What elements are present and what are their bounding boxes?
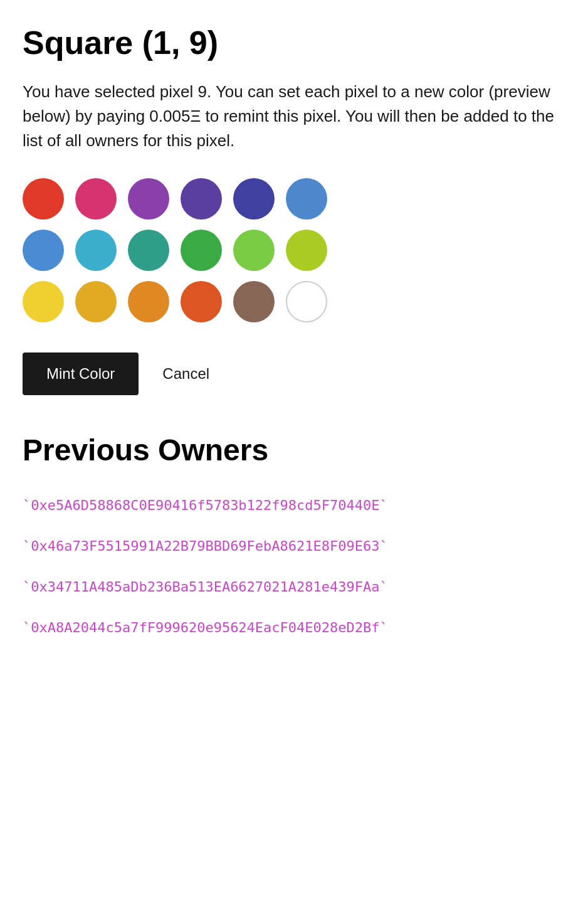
cancel-button[interactable]: Cancel	[156, 354, 216, 394]
color-light-green[interactable]	[233, 230, 275, 271]
color-row-0	[23, 178, 565, 220]
color-purple[interactable]	[128, 178, 169, 220]
color-teal[interactable]	[128, 230, 169, 271]
owners-list: `0xe5A6D58868C0E90416f5783b122f98cd5F704…	[23, 487, 565, 645]
color-red[interactable]	[23, 178, 64, 220]
color-indigo[interactable]	[233, 178, 275, 220]
color-grid	[23, 178, 565, 322]
color-sky-blue[interactable]	[23, 230, 64, 271]
button-row: Mint Color Cancel	[23, 353, 565, 395]
color-blue[interactable]	[286, 178, 327, 220]
color-row-1	[23, 230, 565, 271]
color-cyan[interactable]	[75, 230, 117, 271]
owner-link-2[interactable]: `0x34711A485aDb236Ba513EA6627021A281e439…	[23, 569, 565, 605]
color-crimson[interactable]	[75, 178, 117, 220]
mint-color-button[interactable]: Mint Color	[23, 353, 139, 395]
owner-link-1[interactable]: `0x46a73F5515991A22B79BBD69FebA8621E8F09…	[23, 528, 565, 564]
page-title: Square (1, 9)	[23, 25, 565, 61]
color-row-2	[23, 281, 565, 322]
color-white[interactable]	[286, 281, 327, 322]
color-deep-purple[interactable]	[181, 178, 222, 220]
description-text: You have selected pixel 9. You can set e…	[23, 80, 565, 153]
color-deep-orange[interactable]	[181, 281, 222, 322]
color-yellow[interactable]	[23, 281, 64, 322]
owner-link-3[interactable]: `0xA8A2044c5a7fF999620e95624EacF04E028eD…	[23, 610, 565, 645]
color-yellow-green[interactable]	[286, 230, 327, 271]
owner-link-0[interactable]: `0xe5A6D58868C0E90416f5783b122f98cd5F704…	[23, 487, 565, 523]
color-green[interactable]	[181, 230, 222, 271]
color-orange[interactable]	[128, 281, 169, 322]
color-amber[interactable]	[75, 281, 117, 322]
color-brown[interactable]	[233, 281, 275, 322]
previous-owners-title: Previous Owners	[23, 433, 565, 467]
